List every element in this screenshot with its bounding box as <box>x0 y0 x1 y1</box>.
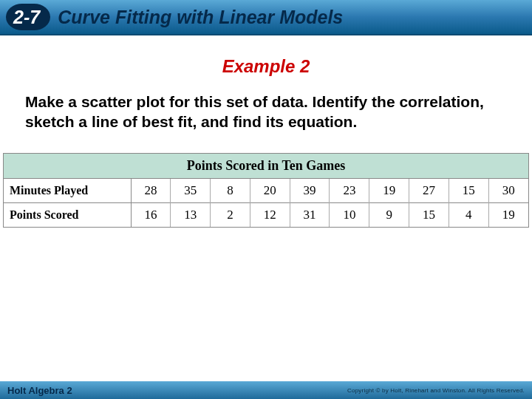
table-cell: 27 <box>409 179 449 203</box>
data-table-container: Points Scored in Ten Games Minutes Playe… <box>3 153 529 228</box>
footer-book-title: Holt Algebra 2 <box>7 385 72 396</box>
lesson-header: 2-7 Curve Fitting with Linear Models <box>0 0 532 35</box>
lesson-number: 2-7 <box>13 7 40 28</box>
table-cell: 15 <box>409 202 449 227</box>
table-title: Points Scored in Ten Games <box>4 154 528 179</box>
table-row: Points Scored 16 13 2 12 31 10 9 15 4 19 <box>4 202 528 227</box>
instruction-text: Make a scatter plot for this set of data… <box>25 92 507 132</box>
table-cell: 8 <box>211 179 250 203</box>
table-cell: 23 <box>330 179 369 203</box>
row-label: Minutes Played <box>4 179 131 203</box>
table-cell: 28 <box>131 179 171 203</box>
table-cell: 9 <box>369 202 409 227</box>
table-cell: 39 <box>290 179 330 203</box>
table-cell: 15 <box>449 179 488 203</box>
table-cell: 13 <box>171 202 211 227</box>
data-table-region: Points Scored in Ten Games Minutes Playe… <box>0 153 532 228</box>
lesson-title: Curve Fitting with Linear Models <box>58 7 343 28</box>
table-row: Minutes Played 28 35 8 20 39 23 19 27 15… <box>4 179 528 203</box>
table-cell: 2 <box>211 202 250 227</box>
table-cell: 12 <box>250 202 290 227</box>
example-heading: Example 2 <box>0 56 532 77</box>
table-cell: 16 <box>131 202 171 227</box>
footer: Holt Algebra 2 Copyright © by Holt, Rine… <box>0 381 532 399</box>
table-cell: 31 <box>290 202 330 227</box>
table-cell: 35 <box>171 179 211 203</box>
table-cell: 20 <box>250 179 290 203</box>
table-cell: 4 <box>449 202 488 227</box>
table-cell: 30 <box>488 179 528 203</box>
table-cell: 10 <box>330 202 369 227</box>
row-label: Points Scored <box>4 202 131 227</box>
data-table: Minutes Played 28 35 8 20 39 23 19 27 15… <box>4 179 528 227</box>
table-cell: 19 <box>369 179 409 203</box>
lesson-number-badge: 2-7 <box>6 4 50 30</box>
footer-copyright: Copyright © by Holt, Rinehart and Winsto… <box>347 387 525 394</box>
table-cell: 19 <box>488 202 528 227</box>
